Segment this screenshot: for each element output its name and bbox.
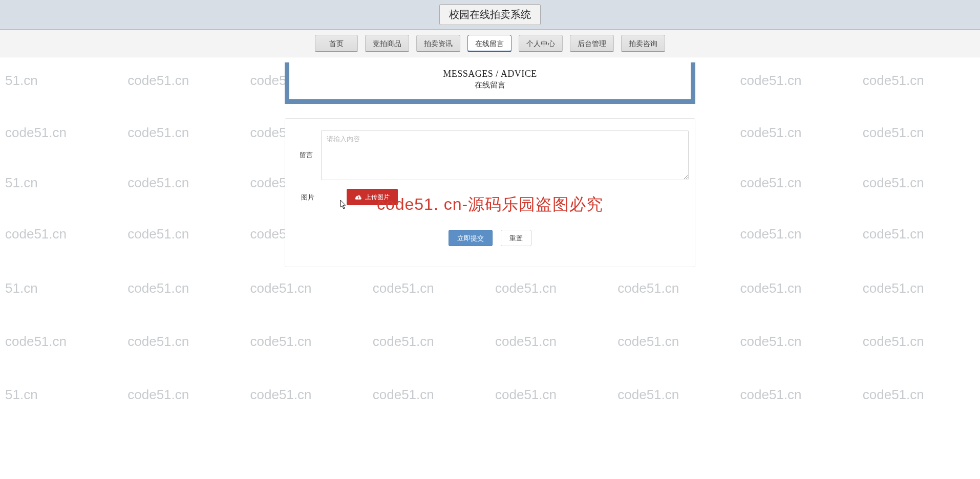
watermark-text: code51.cn [490,334,612,350]
watermark-text: code51.cn [122,334,245,350]
watermark-text: code51.cn [122,280,245,296]
watermark-text: code51.cn [735,334,858,350]
watermark-text: code51.cn [122,226,245,242]
watermark-text: code51.cn [122,73,245,89]
watermark-text: code51.cn [858,125,980,141]
watermark-text: code51.cn [245,387,368,403]
watermark-text: code51.cn [858,226,980,242]
nav-item-2[interactable]: 拍卖资讯 [416,35,460,52]
nav-item-5[interactable]: 后台管理 [570,35,614,52]
watermark-text: code51.cn [858,334,980,350]
watermark-text: code51.cn [858,175,980,191]
watermark-text: code51.cn [735,280,858,296]
watermark-text: code51.cn [368,334,490,350]
watermark-text: code51.cn [368,387,490,403]
section-title-en: MESSAGES / ADVICE [289,69,691,79]
watermark-text: code51.cn [612,280,735,296]
watermark-text: code51.cn [858,387,980,403]
watermark-text: code51.cn [858,280,980,296]
submit-button[interactable]: 立即提交 [449,230,493,246]
watermark-text: 51.cn [0,175,122,191]
watermark-text: code51.cn [122,125,245,141]
upload-image-button[interactable]: 上传图片 [347,189,398,205]
watermark-text: 51.cn [0,73,122,89]
content-wrap: MESSAGES / ADVICE 在线留言 留言 图片 上传图片 立即提交 [285,62,695,267]
watermark-text: code51.cn [0,334,122,350]
section-header: MESSAGES / ADVICE 在线留言 [285,62,695,104]
watermark-text: code51.cn [122,175,245,191]
site-title: 校园在线拍卖系统 [439,4,541,25]
form-row-image: 图片 上传图片 [291,189,689,205]
watermark-text: code51.cn [245,334,368,350]
watermark-text: code51.cn [735,226,858,242]
nav-item-6[interactable]: 拍卖咨询 [621,35,665,52]
image-label: 图片 [291,189,324,202]
message-textarea[interactable] [321,130,689,180]
watermark-text: code51.cn [858,73,980,89]
nav-item-4[interactable]: 个人中心 [519,35,563,52]
watermark-text: code51.cn [735,387,858,403]
watermark-text: code51.cn [612,387,735,403]
watermark-text: code51.cn [735,125,858,141]
watermark-text: code51.cn [735,73,858,89]
watermark-text: code51.cn [490,280,612,296]
reset-button[interactable]: 重置 [501,230,531,246]
watermark-text: 51.cn [0,387,122,403]
watermark-text: code51.cn [122,387,245,403]
upload-image-label: 上传图片 [365,193,390,202]
nav-bar: 首页竞拍商品拍卖资讯在线留言个人中心后台管理拍卖咨询 [0,30,980,57]
form-actions: 立即提交 重置 [291,230,689,246]
section-title-cn: 在线留言 [289,80,691,90]
watermark-text: code51.cn [245,280,368,296]
nav-item-3[interactable]: 在线留言 [467,35,512,52]
watermark-text: code51.cn [368,280,490,296]
watermark-text: code51.cn [0,226,122,242]
nav-item-1[interactable]: 竞拍商品 [365,35,409,52]
watermark-text: 51.cn [0,280,122,296]
nav-item-0[interactable]: 首页 [315,35,358,52]
watermark-text: code51.cn [0,125,122,141]
top-bar: 校园在线拍卖系统 [0,0,980,30]
cloud-upload-icon [355,194,362,200]
message-label: 留言 [291,130,321,160]
form-row-message: 留言 [291,130,689,182]
message-form: 留言 图片 上传图片 立即提交 重置 [285,118,695,267]
watermark-text: code51.cn [490,387,612,403]
watermark-text: code51.cn [735,175,858,191]
watermark-text: code51.cn [612,334,735,350]
